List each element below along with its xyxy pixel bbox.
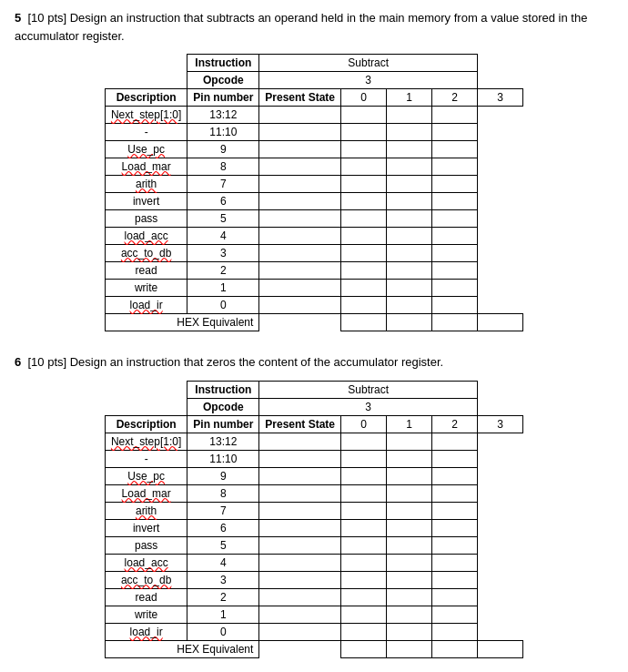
state-cell-0 [259,124,341,141]
row-description: Next_step[1:0] [105,433,187,450]
hex-cell-2 [432,314,478,331]
table-row: load_ir0 [105,297,522,314]
row-pin: 8 [187,484,259,502]
table-row: Load_mar8 [105,158,522,176]
state-cell-2 [387,107,432,124]
row-description: write [105,280,187,297]
state-cell-0 [259,502,341,519]
state-cell-0 [259,297,341,314]
row-description: load_ir [105,623,187,640]
table-row-instruction: InstructionSubtract [105,55,522,72]
state-cell-0 [259,433,341,450]
row-pin: 0 [187,297,259,314]
row-pin: 9 [187,141,259,158]
state-cell-0 [259,467,341,484]
state-col-2: 2 [432,89,478,107]
state-cell-3 [432,588,478,606]
present-state-header: Present State [259,415,341,433]
state-col-1: 1 [387,89,432,107]
state-col-1: 1 [387,415,432,433]
state-cell-3 [432,176,478,193]
state-cell-3 [432,141,478,158]
state-cell-3 [432,297,478,314]
row-pin: 11:10 [187,450,259,467]
row-description: - [105,450,187,467]
desc-text: load_acc [125,229,168,242]
desc-text: Use_pc [127,143,165,156]
row-pin: 7 [187,176,259,193]
state-cell-0 [259,519,341,536]
row-pin: 2 [187,588,259,606]
table-row-headers: DescriptionPin numberPresent State0123 [105,415,522,433]
state-cell-2 [387,536,432,554]
desc-text: arith [136,178,157,190]
row-pin: 6 [187,519,259,536]
row-pin: 4 [187,554,259,571]
state-cell-0 [259,588,341,606]
question-5: 5 [10 pts] Design an instruction that su… [15,9,613,331]
row-description: pass [105,210,187,228]
desc-text: Use_pc [127,470,165,483]
row-pin: 13:12 [187,107,259,124]
row-description: arith [105,502,187,519]
state-cell-2 [387,245,432,262]
state-cell-2 [387,158,432,176]
state-cell-3 [432,124,478,141]
question-text: 5 [10 pts] Design an instruction that su… [15,9,613,45]
state-cell-0 [259,176,341,193]
hex-cell-3 [478,314,523,331]
state-cell-1 [341,297,387,314]
state-cell-2 [387,141,432,158]
table-row: invert6 [105,519,522,536]
state-cell-3 [432,433,478,450]
state-cell-2 [387,124,432,141]
hex-cell-3 [478,640,523,657]
hex-skip-cell [259,640,341,657]
instruction-table: InstructionSubtractOpcode3DescriptionPin… [105,381,523,658]
state-cell-1 [341,141,387,158]
row-description: Use_pc [105,141,187,158]
row-pin: 11:10 [187,124,259,141]
table-row: arith7 [105,502,522,519]
empty-cell [105,398,187,415]
state-cell-3 [432,571,478,588]
state-cell-1 [341,502,387,519]
table-row: pass5 [105,536,522,554]
row-description: read [105,262,187,280]
table-row: -11:10 [105,450,522,467]
state-cell-2 [387,623,432,640]
state-cell-0 [259,107,341,124]
row-description: Use_pc [105,467,187,484]
row-description: Load_mar [105,158,187,176]
state-cell-1 [341,262,387,280]
desc-header: Description [105,89,187,107]
table-row: Load_mar8 [105,484,522,502]
state-cell-1 [341,193,387,210]
opcode-value: 3 [259,398,478,415]
state-col-2: 2 [432,415,478,433]
question-text: 6 [10 pts] Design an instruction that ze… [15,353,613,372]
row-description: write [105,606,187,623]
row-pin: 0 [187,623,259,640]
table-wrapper: InstructionSubtractOpcode3DescriptionPin… [15,381,613,658]
row-description: Next_step[1:0] [105,107,187,124]
row-pin: 3 [187,571,259,588]
desc-text: load_ir [130,299,163,311]
table-row: load_acc4 [105,228,522,245]
state-cell-0 [259,141,341,158]
state-cell-0 [259,193,341,210]
state-cell-2 [387,433,432,450]
state-col-3: 3 [478,415,523,433]
state-cell-1 [341,158,387,176]
hex-cell-2 [432,640,478,657]
state-cell-3 [432,484,478,502]
question-number: 5 [15,11,21,25]
row-pin: 2 [187,262,259,280]
row-description: invert [105,193,187,210]
table-row: acc_to_db3 [105,571,522,588]
hex-label: HEX Equivalent [105,314,258,331]
row-description: load_acc [105,228,187,245]
opcode-value: 3 [259,72,478,89]
state-cell-0 [259,450,341,467]
row-pin: 3 [187,245,259,262]
